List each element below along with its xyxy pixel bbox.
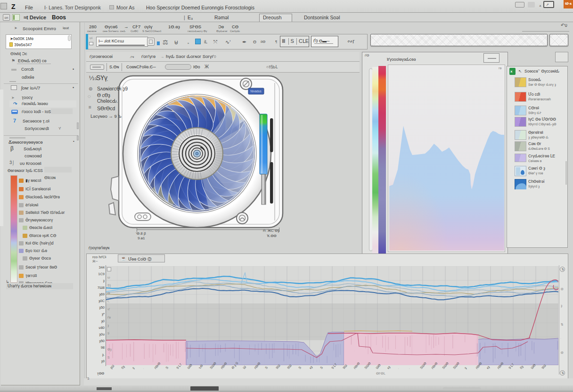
svg-text:Nivadus: Nivadus bbox=[250, 90, 262, 93]
